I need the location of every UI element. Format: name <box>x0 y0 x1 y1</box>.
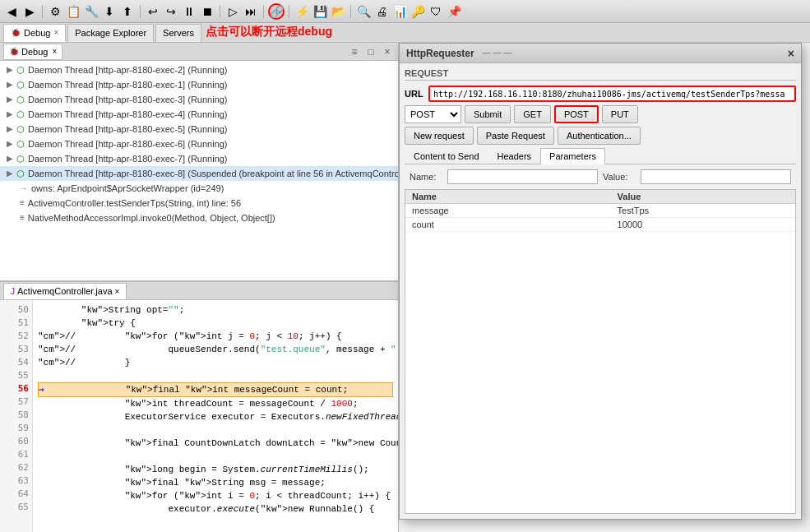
put-button[interactable]: PUT <box>602 105 638 123</box>
method-button-row: POST GET PUT DELETE Submit GET POST PUT <box>405 105 796 123</box>
thread-icon: ⬡ <box>16 167 25 180</box>
toolbar-btn-13[interactable]: 🖨 <box>373 3 390 20</box>
code-line: "cm">// queueSender.send("test.queue", m… <box>38 343 393 356</box>
thread-item[interactable]: ▶ ⬡ Daemon Thread [http-apr-8180-exec-8]… <box>0 166 398 181</box>
toolbar-btn-2[interactable]: 📋 <box>65 3 81 20</box>
toolbar-btn-3[interactable]: 🔧 <box>83 3 100 20</box>
thread-icon: ⬡ <box>16 108 25 121</box>
line-number: 57 <box>0 396 32 409</box>
content-tab-strip: Content to Send Headers Parameters <box>405 148 796 164</box>
debug-action-3[interactable]: × <box>380 44 395 59</box>
tab-debug-close[interactable]: × <box>53 28 58 37</box>
toolbar-btn-8[interactable]: ⏸ <box>181 3 197 20</box>
toolbar-btn-9[interactable]: ⏹ <box>199 3 215 20</box>
toolbar-btn-forward[interactable]: ▶ <box>21 3 38 20</box>
toolbar-btn-1[interactable]: ⚙ <box>47 3 63 20</box>
tab-content-to-send[interactable]: Content to Send <box>405 148 488 164</box>
debug-tab-main[interactable]: 🐞 Debug × <box>3 44 62 60</box>
code-panel: J ActivemqController.java × 505152535455… <box>0 281 398 532</box>
code-line: "kw">try { <box>38 317 393 330</box>
value-input[interactable] <box>641 169 791 184</box>
new-request-button[interactable]: New request <box>405 127 474 145</box>
param-value: 10000 <box>611 218 795 232</box>
url-row: URL http://192.168.16.110:8180/zhuhai100… <box>405 86 796 102</box>
tab-servers[interactable]: Servers <box>155 24 201 42</box>
toolbar-btn-4[interactable]: ⬇ <box>101 3 118 20</box>
toolbar-btn-back[interactable]: ◀ <box>3 3 20 20</box>
toolbar-btn-7[interactable]: ↪ <box>163 3 179 20</box>
paste-request-button[interactable]: Paste Request <box>477 127 554 145</box>
code-tab-close[interactable]: × <box>115 287 120 296</box>
toolbar-btn-15[interactable]: 🔑 <box>410 3 426 20</box>
content-area: 🐞 Debug × ≡ □ × ▶ ⬡ Daemon Thread [http-… <box>0 43 810 532</box>
toolbar-btn-debug-run[interactable]: ⏭ <box>243 3 259 20</box>
thread-item[interactable]: ▶ ⬡ Daemon Thread [http-apr-8180-exec-2]… <box>0 62 398 77</box>
name-field-label: Name: <box>410 172 442 182</box>
authentication-button[interactable]: Authentication... <box>558 127 641 145</box>
toolbar-btn-6[interactable]: ↩ <box>145 3 161 20</box>
get-button[interactable]: GET <box>514 105 551 123</box>
main-area: 🐞 Debug × Package Explorer Servers 🐞 Deb… <box>0 23 810 532</box>
code-line: "cm">// } <box>38 356 393 369</box>
toolbar-btn-5[interactable]: ⬆ <box>119 3 136 20</box>
submit-button[interactable]: Submit <box>465 105 511 123</box>
expand-icon: ▶ <box>7 137 13 150</box>
code-editor[interactable]: 50515253545556575859606162636465 "kw">St… <box>0 300 398 532</box>
thread-item[interactable]: ▶ ⬡ Daemon Thread [http-apr-8180-exec-7]… <box>0 151 398 166</box>
toolbar-btn-16[interactable]: 🛡 <box>428 3 444 20</box>
thread-item[interactable]: ≡ NativeMethodAccessorImpl.invoke0(Metho… <box>0 210 398 225</box>
thread-icon: ⬡ <box>16 93 25 106</box>
code-line: ⇒ "kw">final "kw">int messageCount = cou… <box>38 382 393 397</box>
debug-tab-close[interactable]: × <box>52 47 57 56</box>
url-input[interactable]: http://192.168.16.110:8180/zhuhai10086-j… <box>428 86 796 102</box>
tab-debug[interactable]: 🐞 Debug × <box>3 24 66 42</box>
debug-action-2[interactable]: □ <box>363 44 378 59</box>
thread-label: Daemon Thread [http-apr-8180-exec-3] (Ru… <box>28 93 228 106</box>
params-row[interactable]: messageTestTps <box>405 204 795 218</box>
line-number: 63 <box>0 474 32 488</box>
param-name: message <box>405 204 611 218</box>
tab-headers[interactable]: Headers <box>488 148 541 164</box>
tab-servers-label: Servers <box>163 28 194 38</box>
name-value-input-row: Name: Value: <box>405 168 796 186</box>
right-panel: HttpRequester — — — × Request URL http:/… <box>399 43 810 532</box>
request-section-label: Request <box>405 68 796 81</box>
tab-package-explorer-label: Package Explorer <box>75 28 146 38</box>
toolbar-btn-10[interactable]: ⚡ <box>294 3 310 20</box>
toolbar-btn-11[interactable]: 💾 <box>312 3 328 20</box>
thread-icon: ⬡ <box>16 63 25 76</box>
toolbar: ◀ ▶ ⚙ 📋 🔧 ⬇ ⬆ ↩ ↪ ⏸ ⏹ ▷ ⏭ 🔗 ⚡ 💾 📂 🔍 🖨 📊 … <box>0 0 810 23</box>
method-select[interactable]: POST GET PUT DELETE <box>405 105 461 123</box>
thread-item[interactable]: ▶ ⬡ Daemon Thread [http-apr-8180-exec-3]… <box>0 92 398 107</box>
thread-item[interactable]: ▶ ⬡ Daemon Thread [http-apr-8180-exec-1]… <box>0 77 398 92</box>
thread-item[interactable]: ▶ ⬡ Daemon Thread [http-apr-8180-exec-4]… <box>0 107 398 122</box>
params-row[interactable]: count10000 <box>405 218 795 232</box>
name-input[interactable] <box>447 169 598 184</box>
thread-item[interactable]: → owns: AprEndpoint$AprSocketWrapper (id… <box>0 181 398 196</box>
toolbar-btn-12[interactable]: 📂 <box>330 3 346 20</box>
toolbar-btn-14[interactable]: 📊 <box>391 3 408 20</box>
toolbar-btn-search[interactable]: 🔍 <box>355 3 372 20</box>
thread-item[interactable]: ▶ ⬡ Daemon Thread [http-apr-8180-exec-6]… <box>0 136 398 151</box>
value-field-label: Value: <box>603 172 636 182</box>
dialog-content: Request URL http://192.168.16.110:8180/z… <box>400 63 801 519</box>
thread-icon: ⬡ <box>16 137 25 150</box>
url-value: http://192.168.16.110:8180/zhuhai10086-j… <box>433 90 785 99</box>
tab-parameters[interactable]: Parameters <box>540 148 605 164</box>
disconnect-debug-button[interactable]: 🔗 <box>268 3 285 20</box>
post-button[interactable]: POST <box>554 105 599 123</box>
toolbar-btn-17[interactable]: 📌 <box>446 3 462 20</box>
code-line <box>38 369 393 382</box>
col-header-name: Name <box>405 190 611 204</box>
tab-debug-label: Debug <box>24 28 50 38</box>
code-line: "kw">long begin = System.currentTimeMill… <box>38 463 393 476</box>
toolbar-btn-run[interactable]: ▷ <box>224 3 241 20</box>
top-tab-bar: 🐞 Debug × Package Explorer Servers <box>0 23 810 43</box>
debug-action-1[interactable]: ≡ <box>347 44 362 59</box>
tab-package-explorer[interactable]: Package Explorer <box>67 24 154 42</box>
code-tab-main[interactable]: J ActivemqController.java × <box>3 283 127 299</box>
thread-item[interactable]: ▶ ⬡ Daemon Thread [http-apr-8180-exec-5]… <box>0 122 398 136</box>
dialog-close-btn[interactable]: × <box>788 47 794 60</box>
thread-item[interactable]: ≡ ActivemqController.testSenderTps(Strin… <box>0 196 398 210</box>
debug-tab-bar: 🐞 Debug × ≡ □ × <box>0 43 398 61</box>
